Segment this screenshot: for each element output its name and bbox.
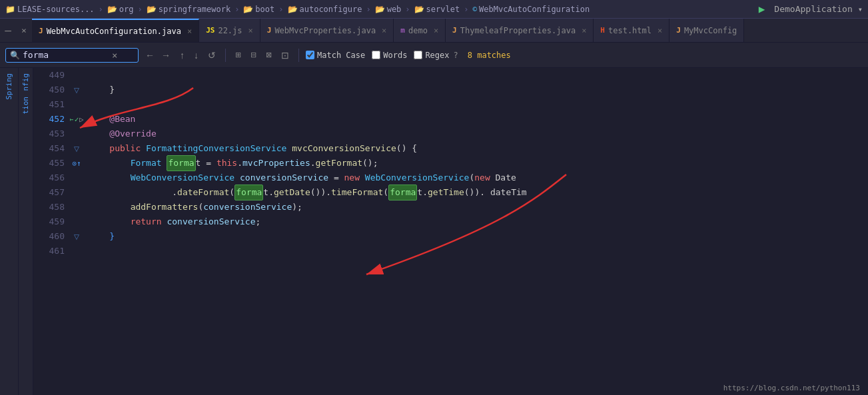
line-number: 451	[33, 97, 65, 112]
search-input[interactable]	[23, 50, 109, 60]
code-line-458: addFormatters ( conversionService );	[89, 200, 868, 214]
tab-close-icon[interactable]: ×	[248, 26, 253, 35]
tab-close-icon[interactable]: ×	[657, 26, 662, 35]
search-matches-count: 8 matches	[468, 51, 511, 60]
tab-webmvcautoconfiguration[interactable]: J WebMvcAutoConfiguration.java ×	[32, 19, 199, 43]
search-multiline-button[interactable]: ⊞	[232, 49, 244, 61]
gutter-item	[70, 97, 83, 112]
sidebar-tion-label[interactable]: tion	[21, 97, 30, 115]
fold-icon[interactable]: ▽	[74, 231, 79, 242]
breadcrumb-item: 📂 org	[107, 5, 134, 14]
code-line-454: public FormattingConversionService mvcCo…	[89, 141, 868, 156]
code-text: );	[292, 200, 302, 214]
search-clear-button[interactable]: ×	[112, 50, 117, 61]
code-text: =	[328, 171, 344, 185]
tab-label: ThymeleafProperties.java	[460, 26, 576, 35]
tab-close-icon[interactable]: ×	[434, 26, 438, 35]
code-var: mvcProperties	[242, 156, 310, 171]
search-prev-button[interactable]: ←	[143, 49, 157, 62]
regex-option[interactable]: Regex ?	[414, 51, 458, 60]
search-regex-toggle-button[interactable]: ⊠	[263, 49, 274, 61]
dropdown-icon[interactable]: ▾	[858, 5, 863, 14]
code-type: Format	[131, 156, 162, 171]
code-var: conversionService	[203, 200, 292, 214]
regex-help-icon[interactable]: ?	[454, 51, 458, 60]
breadcrumb-item: 📂 springframework	[147, 5, 230, 14]
search-down-button[interactable]: ↓	[191, 49, 201, 62]
code-text	[162, 156, 167, 171]
gutter-item	[70, 127, 83, 141]
gutter-item	[70, 214, 83, 229]
tab-22js[interactable]: JS 22.js ×	[199, 19, 260, 43]
line-numbers: 449 450 451 452 453 454 455 456 457 458 …	[33, 68, 70, 395]
tab-label: demo	[408, 26, 428, 35]
folder-icon: 📂	[107, 5, 117, 14]
regex-checkbox[interactable]	[414, 51, 422, 59]
tab-label: WebMvcProperties.java	[274, 26, 376, 35]
tab-close-all-button[interactable]: –	[0, 21, 16, 40]
gutter-item	[70, 185, 83, 200]
run-icon[interactable]: ▶	[759, 3, 765, 15]
folder-icon: 📂	[288, 5, 298, 14]
fold-icon[interactable]: ▽	[74, 85, 79, 95]
tab-demo[interactable]: m demo ×	[394, 19, 446, 43]
code-line-459: return conversionService ;	[89, 214, 868, 229]
code-text: ;	[255, 214, 260, 229]
tab-close-icon[interactable]: ×	[382, 26, 386, 35]
line-452-icons: ← ✓ ▷	[70, 115, 83, 124]
match-case-checkbox[interactable]	[306, 51, 314, 59]
tab-thymeleafproperties[interactable]: J ThymeleafProperties.java ×	[446, 19, 594, 43]
tab-close-icon[interactable]: ×	[187, 27, 192, 36]
words-checkbox[interactable]	[372, 51, 380, 59]
folder-icon: 📂	[375, 5, 385, 14]
code-text: .	[310, 156, 316, 171]
search-refresh-button[interactable]: ↺	[205, 49, 218, 62]
code-text	[89, 200, 131, 214]
search-filter-button[interactable]: ⊡	[278, 49, 292, 62]
line-number: 458	[33, 200, 65, 214]
sidebar-spring-label[interactable]: Spring	[3, 71, 15, 103]
code-function: getDate	[274, 185, 310, 200]
code-function: getTime	[428, 185, 464, 200]
match-case-option[interactable]: Match Case	[306, 51, 365, 60]
code-type: FormattingConversionService	[146, 141, 286, 156]
code-text: ()). dateTim	[464, 185, 527, 200]
tab-close-icon[interactable]: ×	[582, 26, 586, 35]
java-icon: J	[267, 26, 272, 35]
search-options: Match Case Words Regex ?	[306, 51, 458, 60]
breadcrumb-separator: ›	[278, 5, 283, 14]
code-editor[interactable]: } @Bean @Override public FormattingConve…	[83, 68, 868, 395]
code-text: t.	[417, 185, 428, 200]
code-text: .	[237, 156, 242, 171]
tab-mymvcconfig[interactable]: J MyMvcConfig	[669, 19, 744, 43]
words-option[interactable]: Words	[372, 51, 407, 60]
breadcrumb-item: 📂 servlet	[414, 5, 460, 14]
line-number: 459	[33, 214, 65, 229]
code-var: conversionService	[167, 214, 255, 229]
search-next-button[interactable]: →	[159, 49, 173, 62]
breadcrumb-separator: ›	[138, 5, 143, 14]
code-line-453: @Override	[89, 127, 868, 141]
code-keyword: this	[217, 156, 237, 171]
fold-icon[interactable]: ▽	[74, 143, 79, 154]
breadcrumb-item: 📂 autoconfigure	[288, 5, 362, 14]
gutter-item: ← ✓ ▷	[70, 112, 83, 127]
code-text	[286, 141, 292, 156]
breadcrumb-text: boot	[255, 5, 274, 14]
code-text: t =	[196, 156, 217, 171]
tab-split-button[interactable]: ×	[16, 21, 32, 40]
tab-testhtml[interactable]: H test.html ×	[594, 19, 669, 43]
breadcrumb-text: web	[387, 5, 402, 14]
regex-label: Regex	[425, 51, 449, 60]
code-text: Date	[490, 171, 516, 185]
search-up-button[interactable]: ↑	[177, 49, 187, 62]
java-icon: J	[676, 26, 681, 35]
java-icon: J	[39, 27, 43, 35]
gutter-item	[70, 244, 83, 258]
search-wrap-button[interactable]: ⊟	[248, 49, 259, 61]
m-icon: m	[400, 26, 405, 35]
code-text	[89, 156, 131, 171]
tab-webmvcproperties[interactable]: J WebMvcProperties.java ×	[260, 19, 394, 43]
sidebar-nfig-label[interactable]: nfig	[21, 73, 30, 91]
line-number: 456	[33, 171, 65, 185]
